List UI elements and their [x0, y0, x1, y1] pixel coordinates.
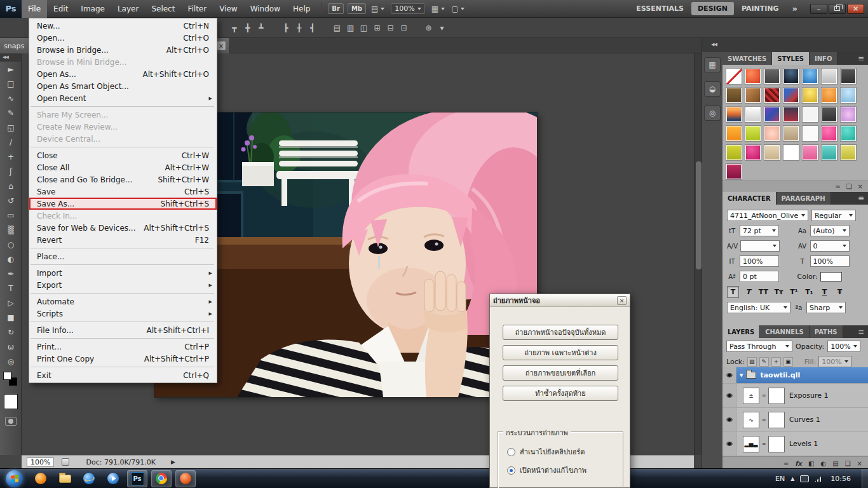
workspace-button[interactable]: ESSENTIALS — [630, 2, 690, 15]
style-swatch[interactable] — [802, 125, 818, 142]
style-swatch[interactable] — [783, 144, 799, 161]
expand-triangle-icon[interactable]: ▼ — [740, 373, 743, 378]
color-swatch-large[interactable] — [4, 394, 18, 409]
dialog-button[interactable]: ถ่ายภาพ เฉพาะหน้าต่าง — [503, 345, 618, 360]
taskbar-chrome-icon[interactable] — [151, 470, 172, 487]
file-menu-item[interactable]: Print... Ctrl+P — [29, 341, 217, 353]
style-swatch[interactable] — [840, 106, 857, 123]
status-options-arrow-icon[interactable]: ▶ — [171, 459, 175, 465]
menubar-menu[interactable]: Layer — [111, 0, 145, 18]
style-swatch[interactable] — [840, 125, 857, 142]
style-swatch[interactable] — [802, 106, 818, 123]
style-swatch[interactable] — [726, 106, 742, 123]
font-family-select[interactable]: 4711_AtNoon_Olive — [727, 210, 808, 221]
style-swatch[interactable] — [783, 87, 799, 104]
file-menu-item[interactable]: Close Ctrl+W — [29, 149, 217, 161]
anti-alias-select[interactable]: Sharp — [806, 302, 846, 313]
visibility-toggle[interactable] — [722, 432, 736, 456]
file-menu-item[interactable]: Save for Web & Devices... Alt+Shift+Ctrl… — [29, 222, 217, 234]
style-swatch[interactable] — [821, 125, 837, 142]
menubar-menu[interactable]: Select — [145, 0, 181, 18]
file-menu-item[interactable]: Close and Go To Bridge... Shift+Ctrl+W — [29, 173, 217, 186]
file-menu-item[interactable] — [29, 336, 217, 341]
foreground-color-chip[interactable] — [3, 372, 11, 380]
menubar-menu[interactable]: Filter — [181, 0, 213, 18]
dialog-button[interactable]: ถ่ายภาพขอบเขตที่เลือก — [503, 365, 618, 381]
panel-menu-icon[interactable]: ≡ — [853, 192, 868, 205]
photoshop-logo-icon[interactable]: Ps — [0, 0, 22, 18]
file-menu-item[interactable]: File Info... Alt+Shift+Ctrl+I — [29, 324, 217, 336]
adjustment-thumbnail[interactable]: ± — [743, 388, 759, 404]
new-style-icon[interactable]: ❏ — [846, 183, 852, 190]
baseline-shift-field[interactable]: 0 pt — [740, 271, 779, 282]
launch-mini-bridge-button[interactable]: Mb — [348, 3, 366, 14]
close-button[interactable]: × — [847, 4, 864, 14]
file-menu-item[interactable]: Place... — [29, 250, 217, 262]
panel-sphere-icon[interactable]: ◒ — [704, 81, 721, 97]
style-swatch[interactable] — [783, 68, 799, 85]
panel-tab[interactable]: CHARACTER — [722, 192, 776, 205]
hand-tool[interactable]: ω — [0, 339, 22, 354]
small-caps-button[interactable]: Tᴛ — [773, 286, 785, 298]
kerning-select[interactable] — [740, 240, 780, 252]
style-swatch[interactable] — [745, 87, 761, 104]
restore-button[interactable] — [829, 4, 846, 14]
crop-tool[interactable]: ◱ — [0, 120, 22, 135]
style-swatch[interactable] — [821, 106, 837, 123]
clone-stamp-tool[interactable]: ⌂ — [0, 179, 22, 193]
brush-tool[interactable]: ʃ — [0, 164, 22, 179]
style-swatch[interactable] — [764, 125, 780, 142]
radio-option[interactable]: สำเนาไปยังคลิปบอร์ด — [507, 446, 623, 458]
taskbar-firefox-icon[interactable] — [31, 470, 51, 487]
adjustment-thumbnail[interactable]: ▂▅▃ — [743, 436, 759, 452]
file-menu-item[interactable]: Browse in Mini Bridge... — [29, 56, 217, 68]
panel-tab[interactable]: LAYERS — [722, 325, 760, 338]
options-bar-icon[interactable]: ╂ — [292, 22, 306, 34]
lasso-tool[interactable]: ∿ — [0, 91, 22, 105]
radio-icon[interactable] — [507, 448, 515, 456]
panel-tab[interactable]: STYLES — [772, 52, 810, 65]
style-swatch[interactable] — [745, 106, 761, 123]
launch-bridge-button[interactable]: Br — [328, 3, 344, 14]
new-group-icon[interactable]: ▤ — [832, 460, 838, 467]
file-menu-item[interactable]: Automate — [29, 295, 217, 308]
file-menu-item[interactable]: Close All Alt+Ctrl+W — [29, 161, 217, 173]
scrollbar-thumb[interactable] — [696, 161, 702, 269]
taskbar-explorer-icon[interactable] — [55, 470, 75, 487]
3d-rotate-tool[interactable]: ↻ — [0, 325, 22, 339]
file-menu-item[interactable]: Save As... Shift+Ctrl+S — [29, 198, 217, 210]
style-swatch[interactable] — [764, 144, 780, 161]
tab-close-icon[interactable]: × — [217, 41, 226, 50]
file-menu-item[interactable]: Browse in Bridge... Alt+Ctrl+O — [29, 44, 217, 56]
lock-transparency-icon[interactable]: ▧ — [747, 357, 757, 367]
zoom-level-dropdown[interactable]: 100% — [391, 3, 424, 14]
panel-tab[interactable]: SWATCHES — [722, 52, 772, 65]
options-bar-icon[interactable]: ┫ — [306, 22, 319, 34]
vertical-scale-field[interactable]: 100% — [740, 255, 779, 267]
file-menu-item[interactable] — [29, 365, 217, 369]
options-bar-icon[interactable]: ▾ — [435, 22, 449, 34]
dodge-tool[interactable]: ◐ — [0, 252, 22, 266]
file-menu-item[interactable]: Revert F12 — [29, 234, 217, 246]
rectangle-tool[interactable]: ■ — [0, 310, 22, 325]
show-desktop-button[interactable] — [862, 469, 868, 488]
foreground-background-colors[interactable] — [0, 371, 22, 389]
options-bar-icon[interactable]: ⊟ — [384, 22, 397, 34]
file-menu-item[interactable]: Create New Review... — [29, 121, 217, 133]
menubar-menu[interactable]: Help — [287, 0, 316, 18]
menubar-menu[interactable]: Edit — [47, 0, 74, 18]
blur-tool[interactable]: ○ — [0, 237, 22, 252]
file-menu-item[interactable]: Exit Ctrl+Q — [29, 369, 217, 381]
menubar-menu[interactable]: View — [213, 0, 243, 18]
menubar-menu[interactable]: File — [22, 0, 47, 18]
style-swatch[interactable] — [764, 87, 780, 104]
layer-style-icon[interactable]: fx — [795, 460, 802, 467]
layer-mask-thumbnail[interactable] — [768, 412, 785, 428]
underline-button[interactable]: T — [818, 286, 831, 298]
style-swatch[interactable] — [726, 125, 742, 142]
style-swatch[interactable] — [745, 144, 761, 161]
taskbar-media-player-icon[interactable] — [103, 470, 123, 487]
tools-collapse-icon[interactable]: ◀◀ — [0, 53, 21, 62]
menubar-menu[interactable]: Window — [244, 0, 287, 18]
link-layers-icon[interactable]: ∞ — [783, 460, 789, 467]
